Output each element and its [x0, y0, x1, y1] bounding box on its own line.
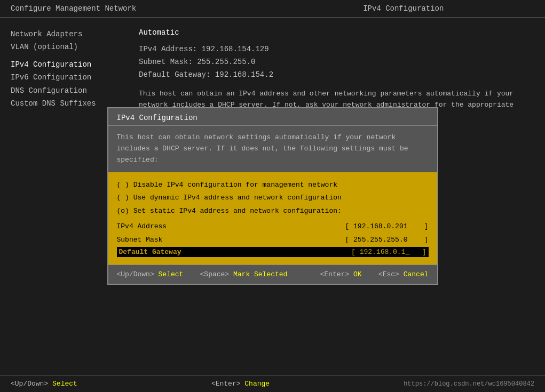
- radio-option-3[interactable]: (o) Set static IPv4 address and network …: [117, 206, 429, 217]
- esc-key: <Esc>: [378, 270, 399, 278]
- gateway-row[interactable]: Default Gateway [ 192.168.0.1_ ]: [117, 247, 429, 257]
- radio-indicator-3: (o): [117, 207, 133, 215]
- right-panel-title: Automatic: [139, 28, 534, 37]
- footer-hints-right: <Enter> OK <Esc> Cancel: [320, 270, 429, 278]
- status-bar-center: <Enter> Change: [211, 380, 270, 388]
- ipv4-address-info: IPv4 Address: 192.168.154.129: [139, 43, 534, 56]
- space-key: <Space>: [200, 270, 230, 278]
- gateway-value[interactable]: [ 192.168.0.1_ ]: [226, 248, 426, 256]
- status-bar: <Up/Down> Select <Enter> Change https://…: [0, 375, 545, 392]
- sidebar-item-network-adapters[interactable]: Network Adapters: [11, 28, 117, 40]
- ipv4-address-label: IPv4 Address: [117, 222, 224, 230]
- sidebar-item-ipv6[interactable]: IPv6 Configuration: [11, 71, 117, 83]
- radio-indicator-2: ( ): [117, 194, 133, 202]
- modal-dialog: IPv4 Configuration This host can obtain …: [107, 107, 438, 285]
- cancel-action: Cancel: [404, 270, 429, 278]
- status-enter-key: <Enter>: [211, 380, 241, 388]
- radio-label-3: Set static IPv4 address and network conf…: [133, 207, 342, 215]
- right-panel-info: IPv4 Address: 192.168.154.129 Subnet Mas…: [139, 43, 534, 81]
- sidebar-group-1: Network Adapters VLAN (optional): [11, 28, 117, 53]
- screen: Configure Management Network IPv4 Config…: [0, 0, 545, 392]
- status-bar-left: <Up/Down> Select: [11, 380, 77, 388]
- sidebar-item-vlan[interactable]: VLAN (optional): [11, 41, 117, 53]
- sidebar: Network Adapters VLAN (optional) IPv4 Co…: [11, 28, 117, 122]
- subnet-mask-label: Subnet Mask: [117, 236, 224, 244]
- select-action: Select: [159, 270, 184, 278]
- radio-label-1: Disable IPv4 configuration for managemen…: [133, 181, 337, 189]
- radio-indicator-1: ( ): [117, 181, 133, 189]
- title-bar-left: Configure Management Network: [11, 4, 273, 13]
- updown-key: <Up/Down>: [117, 270, 154, 278]
- subnet-mask-value: [ 255.255.255.0 ]: [224, 236, 429, 244]
- title-bar: Configure Management Network IPv4 Config…: [0, 0, 545, 18]
- status-updown-key: <Up/Down>: [11, 380, 48, 388]
- ok-action: OK: [353, 270, 362, 278]
- ipv4-address-value: [ 192.168.0.201 ]: [224, 222, 429, 230]
- subnet-mask-info: Subnet Mask: 255.255.255.0: [139, 56, 534, 69]
- subnet-mask-row[interactable]: Subnet Mask [ 255.255.255.0 ]: [117, 236, 429, 244]
- ipv4-address-row[interactable]: IPv4 Address [ 192.168.0.201 ]: [117, 222, 429, 230]
- footer-hints-left: <Up/Down> Select <Space> Mark Selected: [117, 270, 288, 278]
- sidebar-item-custom-dns[interactable]: Custom DNS Suffixes: [11, 98, 117, 109]
- radio-option-1[interactable]: ( ) Disable IPv4 configuration for manag…: [117, 180, 429, 191]
- sidebar-item-ipv4[interactable]: IPv4 Configuration: [11, 59, 117, 70]
- radio-label-2: Use dynamic IPv4 address and network con…: [133, 194, 342, 202]
- modal-footer: <Up/Down> Select <Space> Mark Selected <…: [108, 265, 437, 284]
- modal-description: This host can obtain network settings au…: [108, 126, 437, 172]
- modal-body: ( ) Disable IPv4 configuration for manag…: [108, 172, 437, 265]
- enter-key: <Enter>: [320, 270, 350, 278]
- status-change-action: Change: [244, 380, 270, 388]
- sidebar-item-dns[interactable]: DNS Configuration: [11, 85, 117, 97]
- status-bar-url: https://blog.csdn.net/wc1695040842: [404, 380, 534, 388]
- gateway-label: Default Gateway: [119, 248, 226, 256]
- modal-header: IPv4 Configuration: [108, 108, 437, 126]
- gateway-info: Default Gateway: 192.168.154.2: [139, 69, 534, 82]
- status-select-action: Select: [52, 380, 77, 388]
- sidebar-group-2: IPv4 Configuration IPv6 Configuration DN…: [11, 59, 117, 110]
- title-bar-right: IPv4 Configuration: [273, 4, 535, 13]
- radio-option-2[interactable]: ( ) Use dynamic IPv4 address and network…: [117, 193, 429, 204]
- mark-action: Mark Selected: [233, 270, 287, 278]
